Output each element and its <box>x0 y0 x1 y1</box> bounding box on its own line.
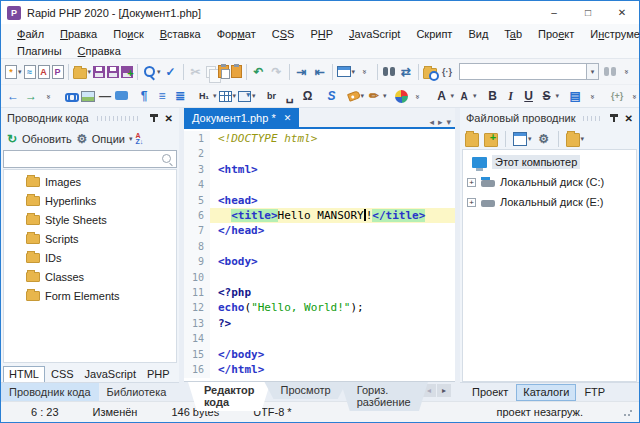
menu-инструменты[interactable]: Инструменты <box>582 28 640 40</box>
expand-icon[interactable]: + <box>467 178 476 187</box>
chevron-down-icon[interactable]: ▾ <box>581 135 585 143</box>
chevron-down-icon[interactable]: ▾ <box>361 92 365 100</box>
tree-item-scripts[interactable]: Scripts <box>4 229 176 248</box>
view-mode-button[interactable]: ▾ <box>512 129 533 149</box>
chevron-down-icon[interactable]: ▾ <box>556 92 560 100</box>
view-tab--[interactable]: Редактор кода <box>188 382 270 411</box>
chevron-down-icon[interactable]: ▾ <box>157 68 161 76</box>
open-folder-button[interactable] <box>464 129 480 149</box>
navigate-back-button[interactable]: ← <box>4 86 22 106</box>
font-size-button[interactable]: A▾ <box>455 86 478 106</box>
menu-php[interactable]: PHP <box>302 28 341 40</box>
open-file-button[interactable]: ▾ <box>72 62 93 82</box>
numbered-list-button[interactable]: ≣ <box>171 86 189 106</box>
address-combobox[interactable] <box>459 63 587 80</box>
lang-tab-html[interactable]: HTML <box>3 366 45 382</box>
tab-scroll-right-icon[interactable]: ▸ <box>438 117 443 127</box>
new-css-document-button[interactable]: A <box>37 62 51 82</box>
color-picker-button[interactable] <box>394 86 409 106</box>
refresh-button[interactable]: Обновить <box>22 133 72 145</box>
toolbar-overflow-button[interactable] <box>584 86 602 106</box>
chevron-down-icon[interactable]: ▾ <box>233 92 237 100</box>
menu-проект[interactable]: Проект <box>530 28 582 40</box>
save-button[interactable] <box>92 62 106 82</box>
panel-tab[interactable]: Проводник кода <box>1 383 99 401</box>
insert-image-button[interactable] <box>80 86 96 106</box>
explorer-tab-каталоги[interactable]: Каталоги <box>516 384 576 401</box>
toolbar-overflow-button[interactable] <box>40 86 58 106</box>
search-icon[interactable] <box>161 153 174 166</box>
new-html-document-button[interactable]: ≈ <box>23 62 37 82</box>
chevron-down-icon[interactable]: ▾ <box>129 135 133 143</box>
outdent-button[interactable]: ⇤ <box>311 62 329 82</box>
line-break-button[interactable]: br <box>263 86 281 106</box>
tab-scroll-left-icon[interactable]: ◂ <box>429 117 434 127</box>
bold-button[interactable]: B <box>484 86 502 106</box>
insert-script-button[interactable]: S <box>323 86 341 106</box>
insert-horizontal-rule-button[interactable]: — <box>96 86 114 106</box>
panel-tab[interactable]: Библиотека <box>99 383 175 401</box>
chevron-down-icon[interactable]: ▾ <box>252 92 256 100</box>
font-button[interactable]: A▾ <box>433 86 456 106</box>
tree-item-images[interactable]: Images <box>4 172 176 191</box>
find-in-folder-button[interactable] <box>422 62 438 82</box>
toolbar-overflow-button[interactable] <box>618 62 636 82</box>
chevron-down-icon[interactable]: ▾ <box>451 92 455 100</box>
tab-list-icon[interactable]: ▾ <box>446 117 451 127</box>
tree-item-hyperlinks[interactable]: Hyperlinks <box>4 191 176 210</box>
menu-плагины[interactable]: Плагины <box>9 45 70 57</box>
chevron-down-icon[interactable]: ▾ <box>473 92 477 100</box>
underline-button[interactable]: U <box>520 86 538 106</box>
chevron-down-icon[interactable]: ▾ <box>213 92 217 100</box>
pin-icon[interactable] <box>149 113 159 123</box>
insert-form-button[interactable]: ▾ <box>237 86 257 106</box>
new-php-document-button[interactable]: P <box>51 62 65 82</box>
chevron-down-icon[interactable]: ▾ <box>383 92 387 100</box>
menu-вставка[interactable]: Вставка <box>152 28 209 40</box>
code-browser-button[interactable]: {·} <box>438 62 456 82</box>
maximize-button[interactable]: □ <box>571 1 605 24</box>
menu-вид[interactable]: Вид <box>460 28 496 40</box>
chevron-down-icon[interactable]: ▾ <box>587 63 599 80</box>
new-document-button[interactable]: *▾ <box>4 62 23 82</box>
menu-javascript[interactable]: JavaScript <box>341 28 408 40</box>
menu-css[interactable]: CSS <box>264 28 303 40</box>
file-tree-item[interactable]: +Локальный диск (C:) <box>463 172 636 192</box>
explorer-settings-button[interactable]: ⚙ <box>536 129 552 149</box>
close-button[interactable]: ✕ <box>605 1 639 24</box>
italic-button[interactable]: I <box>502 86 520 106</box>
menu-формат[interactable]: Формат <box>209 28 264 40</box>
code-editor[interactable]: 1<!DOCTYPE html>23<html>45<head>6 <title… <box>184 129 455 381</box>
folder-menu-button[interactable]: ▾ <box>565 129 586 149</box>
menu-файл[interactable]: Файл <box>9 28 52 40</box>
tree-item-form-elements[interactable]: Form Elements <box>4 286 176 305</box>
menu-поиск[interactable]: Поиск <box>105 28 152 40</box>
nav-right-icon[interactable]: ▸ <box>437 384 451 397</box>
options-button[interactable]: Опции <box>92 133 125 145</box>
undo-button[interactable]: ↶ <box>250 62 268 82</box>
panel-close-icon[interactable]: ✕ <box>163 113 175 124</box>
new-folder-button[interactable] <box>483 129 499 149</box>
tab-close-icon[interactable]: ✕ <box>284 113 292 123</box>
special-character-button[interactable]: Ω <box>299 86 317 106</box>
strikethrough-button[interactable]: S▾ <box>538 86 561 106</box>
insert-tag-button[interactable]: ▾ <box>347 86 366 106</box>
lang-tab-php[interactable]: PHP <box>142 367 175 382</box>
bullet-list-button[interactable]: ≡ <box>153 86 171 106</box>
spell-check-button[interactable]: ✓ <box>162 62 180 82</box>
lang-tab-javascript[interactable]: JavaScript <box>80 367 141 382</box>
file-tree-item[interactable]: +Локальный диск (E:) <box>463 192 636 212</box>
non-breaking-space-button[interactable]: ␣ <box>281 86 299 106</box>
replace-button[interactable]: ⇄ <box>397 62 415 82</box>
code-snippet-button[interactable]: {+} <box>608 86 626 106</box>
alignment-button[interactable]: ▤ <box>566 86 584 106</box>
navigate-forward-button[interactable]: → <box>22 86 40 106</box>
pin-icon[interactable] <box>609 113 619 123</box>
save-all-button[interactable] <box>120 62 134 82</box>
save-as-button[interactable] <box>106 62 120 82</box>
chevron-down-icon[interactable]: ▾ <box>18 68 22 76</box>
file-tree-item[interactable]: Этот компьютер <box>463 152 636 172</box>
insert-paragraph-button[interactable]: ¶ <box>135 86 153 106</box>
explorer-tab-ftp[interactable]: FTP <box>578 385 611 400</box>
menu-справка[interactable]: Справка <box>70 45 129 57</box>
